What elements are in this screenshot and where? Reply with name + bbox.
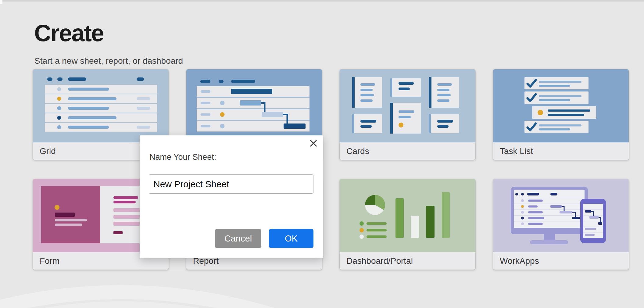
top-left-notch <box>0 0 2 4</box>
card-label-cards: Cards <box>340 142 475 160</box>
gantt-thumbnail-art <box>186 69 322 142</box>
template-card-task-list[interactable]: Task List <box>493 69 629 160</box>
cards-thumbnail <box>340 69 475 142</box>
top-window-strip <box>0 0 644 2</box>
ok-button[interactable]: OK <box>269 229 313 248</box>
dashboard-thumbnail-art <box>340 179 475 252</box>
background-watermark-arc-2 <box>0 301 576 308</box>
workapps-thumbnail-art <box>493 179 629 252</box>
workapps-thumbnail <box>493 179 629 252</box>
dashboard-thumbnail <box>340 179 475 252</box>
card-label-workapps: WorkApps <box>493 252 629 270</box>
card-label-task-list: Task List <box>493 142 629 160</box>
close-icon[interactable] <box>309 139 317 147</box>
task-list-thumbnail-art <box>493 69 629 142</box>
create-screen: Create Start a new sheet, report, or das… <box>0 0 644 308</box>
template-card-cards[interactable]: Cards <box>340 69 475 160</box>
gantt-thumbnail <box>186 69 322 142</box>
task-list-thumbnail <box>493 69 629 142</box>
background-watermark-arc <box>0 285 640 308</box>
card-label-dashboard: Dashboard/Portal <box>340 252 475 270</box>
grid-thumbnail <box>33 69 169 142</box>
sheet-name-input[interactable] <box>149 174 313 194</box>
name-sheet-dialog: Name Your Sheet: Cancel OK <box>140 135 323 258</box>
cards-thumbnail-art <box>340 69 475 142</box>
grid-thumbnail-art <box>33 69 169 142</box>
template-card-dashboard[interactable]: Dashboard/Portal <box>340 179 475 270</box>
dialog-title: Name Your Sheet: <box>149 152 216 162</box>
page-title: Create <box>34 20 104 47</box>
template-card-workapps[interactable]: WorkApps <box>493 179 629 270</box>
page-subtitle: Start a new sheet, report, or dashboard <box>34 56 183 66</box>
cancel-button[interactable]: Cancel <box>215 229 261 248</box>
x-close-glyph <box>309 139 317 147</box>
